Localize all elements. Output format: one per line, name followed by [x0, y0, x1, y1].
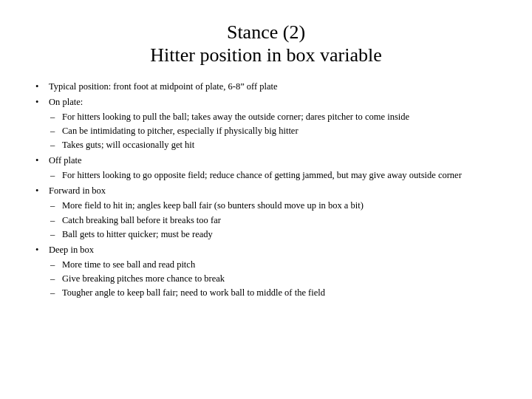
sub-text: Give breaking pitches more chance to bre…: [62, 272, 497, 285]
bullet-symbol: •: [35, 80, 49, 93]
sub-list-item: – Tougher angle to keep ball fair; need …: [50, 286, 497, 299]
list-item: • Off plate: [35, 154, 497, 167]
sub-text: More field to hit in; angles keep ball f…: [62, 199, 497, 212]
page: Stance (2) Hitter position in box variab…: [0, 0, 532, 399]
bullet-text: Off plate: [49, 154, 497, 167]
content-area: • Typical position: front foot at midpoi…: [35, 80, 497, 301]
bullet-text: On plate:: [49, 95, 497, 109]
bullet-symbol: •: [35, 95, 49, 109]
list-item: • Typical position: front foot at midpoi…: [35, 80, 497, 93]
title-line2: Hitter position in box variable: [35, 44, 497, 66]
bullet-symbol: •: [35, 243, 49, 256]
sub-text: Catch breaking ball before it breaks too…: [62, 214, 497, 227]
sub-list-item: – More time to see ball and read pitch: [50, 258, 497, 271]
sub-text: For hitters looking to pull the ball; ta…: [62, 110, 497, 123]
sub-dash: –: [50, 199, 62, 212]
sub-text: Takes guts; will occasionally get hit: [62, 138, 497, 151]
sub-list-item: – Takes guts; will occasionally get hit: [50, 138, 497, 151]
sub-text: Can be intimidating to pitcher, especial…: [62, 124, 497, 137]
sub-dash: –: [50, 286, 62, 299]
sub-list-item: – More field to hit in; angles keep ball…: [50, 199, 497, 212]
sub-text: Tougher angle to keep ball fair; need to…: [62, 286, 497, 299]
sub-text: More time to see ball and read pitch: [62, 258, 497, 271]
bullet-text: Typical position: front foot at midpoint…: [49, 80, 497, 93]
sub-text: For hitters looking to go opposite field…: [62, 168, 497, 182]
sub-list-item: – For hitters looking to pull the ball; …: [50, 110, 497, 123]
sub-dash: –: [50, 228, 62, 241]
title-block: Stance (2) Hitter position in box variab…: [35, 21, 497, 66]
sub-list: – More time to see ball and read pitch –…: [50, 258, 497, 299]
sub-dash: –: [50, 110, 62, 123]
bullet-text: Deep in box: [49, 243, 497, 256]
sub-dash: –: [50, 124, 62, 137]
bullet-text: Forward in box: [49, 184, 497, 197]
bullet-symbol: •: [35, 184, 49, 197]
title-line1: Stance (2): [35, 21, 497, 44]
sub-dash: –: [50, 258, 62, 271]
sub-list-item: – For hitters looking to go opposite fie…: [50, 168, 497, 182]
sub-list-item: – Ball gets to hitter quicker; must be r…: [50, 228, 497, 241]
sub-list: – For hitters looking to go opposite fie…: [50, 168, 497, 182]
sub-list-item: – Can be intimidating to pitcher, especi…: [50, 124, 497, 137]
bullet-symbol: •: [35, 154, 49, 167]
sub-list: – More field to hit in; angles keep ball…: [50, 199, 497, 240]
sub-list-item: – Catch breaking ball before it breaks t…: [50, 214, 497, 227]
list-item: • Deep in box: [35, 243, 497, 256]
sub-text: Ball gets to hitter quicker; must be rea…: [62, 228, 497, 241]
sub-list: – For hitters looking to pull the ball; …: [50, 110, 497, 151]
sub-dash: –: [50, 168, 62, 182]
list-item: • Forward in box: [35, 184, 497, 197]
sub-dash: –: [50, 214, 62, 227]
list-item: • On plate:: [35, 95, 497, 109]
sub-list-item: – Give breaking pitches more chance to b…: [50, 272, 497, 285]
sub-dash: –: [50, 138, 62, 151]
sub-dash: –: [50, 272, 62, 285]
